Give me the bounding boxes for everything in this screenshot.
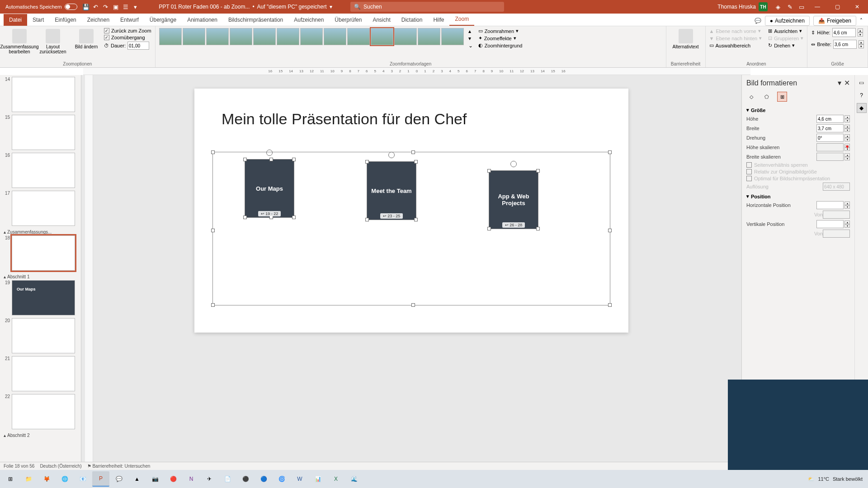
accessibility-status[interactable]: ⚑ Barrierefreiheit: Untersuchen (87, 464, 151, 469)
slide-thumb-17[interactable] (12, 191, 75, 226)
send-backward-button[interactable]: ▼ Ebene nach hinten ▾ (709, 35, 762, 41)
close-button[interactable]: ✕ (848, 0, 866, 14)
fill-tab-icon[interactable]: ◇ (746, 92, 756, 102)
slide-thumb-22[interactable] (12, 394, 75, 429)
outlook-icon[interactable]: 📧 (74, 471, 91, 487)
position-section-toggle[interactable]: ▾ Position (746, 193, 850, 199)
style-thumb[interactable] (441, 28, 464, 45)
record-button[interactable]: ● Aufzeichnen (765, 16, 810, 26)
pane-options-icon[interactable]: ▾ (838, 79, 841, 87)
style-thumb[interactable] (277, 28, 299, 45)
powerpoint-icon[interactable]: P (92, 471, 109, 487)
tab-start[interactable]: Start (27, 14, 49, 26)
comments-icon[interactable]: 💬 (755, 18, 761, 24)
slide-title[interactable]: Mein tolle Präsentation für den Chef (222, 110, 467, 128)
undo-icon[interactable]: ↶ (91, 2, 101, 12)
window-icon[interactable]: ▭ (797, 2, 807, 12)
app-icon[interactable]: 📄 (219, 471, 236, 487)
fp-width-input[interactable] (816, 124, 844, 132)
zoom-style-gallery[interactable] (159, 28, 464, 45)
zoom-container[interactable]: Our Maps ↩ 19 - 22 Meet the Team ↩ 23 - … (212, 152, 610, 305)
rotate-handle-icon[interactable] (510, 161, 517, 167)
gallery-down-icon[interactable]: ▾ (468, 35, 473, 42)
app-icon[interactable]: 🔵 (255, 471, 272, 487)
slide-thumb-18[interactable] (12, 235, 75, 271)
pane-close-icon[interactable]: ✕ (844, 79, 850, 87)
rotate-handle-icon[interactable] (266, 150, 273, 156)
slide-editor[interactable]: Mein tolle Präsentation für den Chef Our… (81, 75, 741, 462)
collapse-ribbon-icon[interactable]: ˄ (860, 18, 863, 24)
bring-forward-button[interactable]: ▲ Ebene nach vorne ▾ (709, 28, 762, 34)
duration-input[interactable] (127, 42, 149, 50)
app-icon[interactable]: 💬 (110, 471, 127, 487)
align-button[interactable]: ⊞ Ausrichten ▾ (768, 28, 803, 34)
tab-zoom[interactable]: Zoom (449, 13, 474, 26)
fp-vfrom-input[interactable] (823, 230, 850, 238)
app-icon[interactable]: 🔴 (165, 471, 182, 487)
firefox-icon[interactable]: 🦊 (38, 471, 55, 487)
tab-transitions[interactable]: Übergänge (144, 14, 182, 26)
tab-design[interactable]: Entwurf (115, 14, 144, 26)
slide-thumbnails[interactable]: 14 15 16 17 ▴ Zusammenfassungs... 18 ▴ A… (0, 75, 81, 462)
ribbon-width[interactable]: ⇔Breite:▴▾ (811, 40, 864, 49)
style-thumb[interactable] (394, 28, 417, 45)
slide-thumb-21[interactable] (12, 356, 75, 391)
chrome-icon[interactable]: 🌐 (56, 471, 73, 487)
excel-icon[interactable]: X (327, 471, 344, 487)
language-status[interactable]: Deutsch (Österreich) (40, 464, 81, 469)
rotate-button[interactable]: ↻ Drehen ▾ (768, 42, 803, 48)
obs-icon[interactable]: ⚫ (237, 471, 254, 487)
app-icon[interactable]: 📊 (309, 471, 326, 487)
zoom-effects-button[interactable]: ✦ Zoomeffekte ▾ (478, 35, 523, 41)
save-icon[interactable]: 💾 (81, 2, 91, 12)
style-thumb[interactable] (253, 28, 276, 45)
rail-item-1[interactable]: ▭ (857, 78, 867, 88)
tab-insert[interactable]: Einfügen (49, 14, 81, 26)
fp-scale-h-input[interactable] (816, 143, 844, 151)
touch-icon[interactable]: ☰ (121, 2, 131, 12)
tab-review[interactable]: Überprüfen (329, 14, 367, 26)
size-tab-icon[interactable]: ⊞ (777, 92, 787, 102)
ribbon-height[interactable]: ⇕Höhe:▴▾ (811, 28, 864, 37)
slide-thumb-20[interactable] (12, 318, 75, 353)
redo-icon[interactable]: ↷ (101, 2, 111, 12)
telegram-icon[interactable]: ✈ (201, 471, 218, 487)
selection-pane-button[interactable]: ▭ Auswahlbereich (709, 42, 762, 48)
ribbon-width-input[interactable] (833, 40, 857, 49)
style-thumb[interactable] (347, 28, 370, 45)
user-account[interactable]: Thomas Hruska TH (714, 2, 771, 11)
rail-item-format[interactable]: ◆ (857, 103, 867, 113)
app-icon[interactable]: 📷 (146, 471, 164, 487)
tab-file[interactable]: Datei (4, 14, 27, 26)
maximize-button[interactable]: ▢ (828, 0, 846, 14)
section-summary[interactable]: ▴ Zusammenfassungs... (2, 229, 79, 235)
section-2[interactable]: ▴ Abschnitt 2 (2, 432, 79, 439)
slide-thumb-15[interactable] (12, 115, 75, 150)
slide-thumb-14[interactable] (12, 77, 75, 112)
app-icon[interactable]: 🌀 (273, 471, 290, 487)
tab-draw[interactable]: Zeichnen (82, 14, 115, 26)
style-thumb[interactable] (418, 28, 440, 45)
word-icon[interactable]: W (291, 471, 308, 487)
fp-vpos-input[interactable] (816, 220, 844, 228)
qat-more-icon[interactable]: ▾ (131, 2, 141, 12)
style-thumb[interactable] (206, 28, 229, 45)
edit-summary-button[interactable]: Zusammenfassung bearbeiten (4, 28, 35, 55)
style-thumb-selected[interactable] (371, 28, 393, 45)
zoom-card-1[interactable]: Our Maps ↩ 19 - 22 (245, 159, 294, 218)
gallery-up-icon[interactable]: ▴ (468, 28, 473, 34)
explorer-icon[interactable]: 📁 (20, 471, 37, 487)
vlc-icon[interactable]: ▲ (128, 471, 146, 487)
rotate-handle-icon[interactable] (388, 152, 395, 158)
style-thumb[interactable] (183, 28, 205, 45)
tab-record[interactable]: Aufzeichnen (288, 14, 329, 26)
zoom-frame-button[interactable]: ▭ Zoomrahmen ▾ (478, 28, 523, 34)
zoom-card-2[interactable]: Meet the Team ↩ 23 - 25 (367, 161, 416, 220)
slide-thumb-16[interactable] (12, 153, 75, 188)
reset-layout-button[interactable]: Layout zurücksetzen (37, 28, 69, 55)
search-box[interactable]: 🔍 Suchen (350, 2, 504, 12)
rail-item-2[interactable]: ? (857, 90, 867, 100)
autosave-toggle[interactable]: Automatisches Speichern (2, 4, 81, 10)
alt-text-button[interactable]: Alternativtext (670, 28, 702, 50)
brush-icon[interactable]: ✎ (785, 2, 795, 12)
